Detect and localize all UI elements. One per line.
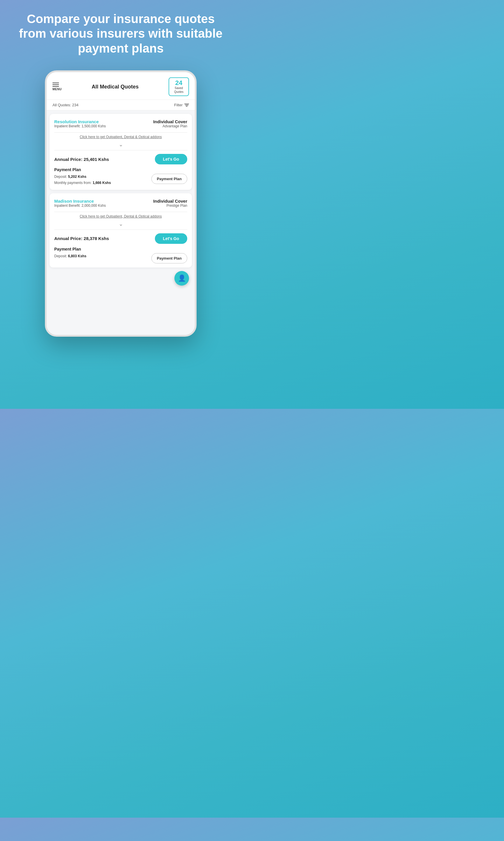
plan-name: Advantage Plan: [153, 124, 187, 128]
insurer-info: Madison Insurance Inpatient Benefit: 2,0…: [54, 199, 106, 208]
payment-details: Deposit: 5,202 Kshs Monthly payments fro…: [54, 174, 111, 186]
filter-icon: [184, 104, 189, 107]
quote-card: Resolution Insurance Inpatient Benefit: …: [50, 114, 192, 190]
support-icon: 👤: [178, 274, 186, 282]
insurer-info: Resolution Insurance Inpatient Benefit: …: [54, 119, 106, 129]
menu-label: MENU: [53, 88, 61, 91]
top-bar: MENU All Medical Quotes 24 SavedQuotes: [47, 72, 195, 100]
filter-label: Filter: [174, 103, 183, 107]
deposit-value: 6,803 Kshs: [68, 254, 86, 258]
monthly-value: 1,666 Kshs: [92, 181, 111, 185]
annual-price: Annual Price: 28,378 Kshs: [54, 236, 109, 241]
payment-details: Deposit: 6,803 Kshs: [54, 253, 86, 259]
insurer-name: Madison Insurance: [54, 199, 106, 204]
lets-go-button[interactable]: Let's Go: [155, 233, 187, 244]
cover-type: Individual Cover: [153, 119, 187, 124]
hero-title: Compare your insurance quotes from vario…: [19, 12, 223, 56]
price-row: Annual Price: 25,401 Kshs Let's Go: [54, 154, 187, 165]
divider: [54, 212, 187, 212]
cover-info: Individual Cover Advantage Plan: [153, 119, 187, 128]
quote-card: Madison Insurance Inpatient Benefit: 2,0…: [50, 193, 192, 268]
deposit-label: Deposit:: [54, 175, 68, 179]
addons-link[interactable]: Click here to get Outpatient, Dental & O…: [54, 214, 187, 219]
payment-plan-row: Deposit: 5,202 Kshs Monthly payments fro…: [54, 174, 187, 186]
annual-price: Annual Price: 25,401 Kshs: [54, 157, 109, 162]
addons-link[interactable]: Click here to get Outpatient, Dental & O…: [54, 135, 187, 139]
divider2: [54, 229, 187, 230]
payment-plan-label: Payment Plan: [54, 247, 187, 252]
support-fab[interactable]: 👤: [175, 271, 189, 286]
menu-button[interactable]: MENU: [53, 83, 61, 91]
all-quotes-count: All Quotes: 234: [53, 103, 78, 107]
cover-info: Individual Cover Prestige Plan: [153, 199, 187, 208]
saved-quotes-text: SavedQuotes: [172, 86, 185, 94]
saved-quotes-number: 24: [172, 80, 185, 86]
filter-bar: All Quotes: 234 Filter: [47, 100, 195, 110]
payment-plan-row: Deposit: 6,803 Kshs Payment Plan: [54, 253, 187, 263]
payment-plan-button[interactable]: Payment Plan: [151, 174, 187, 184]
deposit-label: Deposit:: [54, 254, 68, 258]
price-row: Annual Price: 28,378 Kshs Let's Go: [54, 233, 187, 244]
saved-quotes-badge[interactable]: 24 SavedQuotes: [168, 78, 189, 96]
inpatient-benefit: Inpatient Benefit: 1,500,000 Kshs: [54, 124, 106, 128]
payment-plan-label: Payment Plan: [54, 167, 187, 172]
chevron-down-icon[interactable]: ⌄: [54, 221, 187, 227]
insurer-name: Resolution Insurance: [54, 119, 106, 124]
deposit-value: 5,202 Kshs: [68, 175, 86, 179]
plan-name: Prestige Plan: [153, 204, 187, 208]
chevron-down-icon[interactable]: ⌄: [54, 141, 187, 148]
inpatient-benefit: Inpatient Benefit: 2,000,000 Kshs: [54, 204, 106, 208]
filter-button[interactable]: Filter: [174, 103, 189, 107]
payment-plan-button[interactable]: Payment Plan: [151, 253, 187, 263]
quotes-list: Resolution Insurance Inpatient Benefit: …: [47, 110, 195, 271]
quote-header: Resolution Insurance Inpatient Benefit: …: [54, 119, 187, 129]
phone-frame: MENU All Medical Quotes 24 SavedQuotes A…: [45, 70, 197, 337]
phone-screen: MENU All Medical Quotes 24 SavedQuotes A…: [47, 72, 195, 335]
divider: [54, 132, 187, 133]
page-title: All Medical Quotes: [92, 84, 139, 90]
quote-header: Madison Insurance Inpatient Benefit: 2,0…: [54, 199, 187, 208]
hamburger-icon: [53, 83, 61, 87]
lets-go-button[interactable]: Let's Go: [155, 154, 187, 165]
monthly-label: Monthly payments from:: [54, 181, 92, 185]
cover-type: Individual Cover: [153, 199, 187, 204]
